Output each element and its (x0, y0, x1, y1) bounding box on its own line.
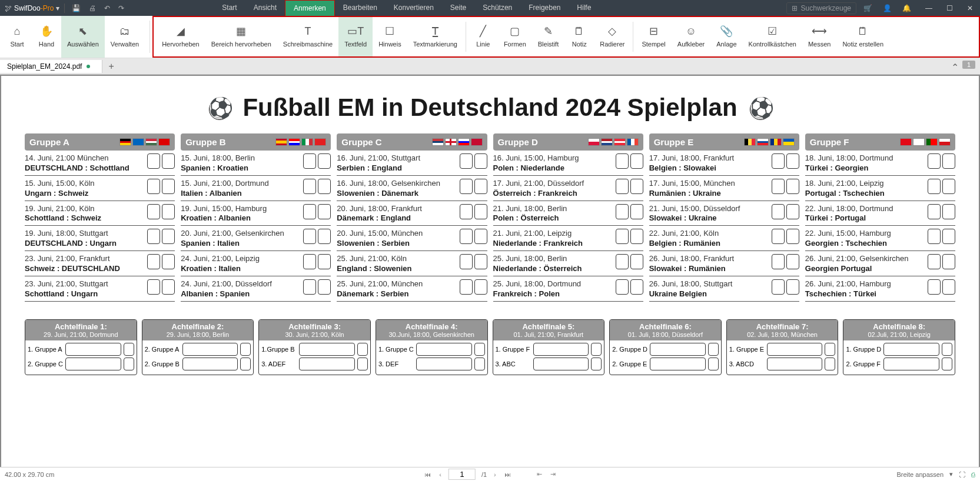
menu-item-schützen[interactable]: Schützen (474, 0, 520, 16)
score-input[interactable] (147, 153, 160, 169)
ribbon-bereich-hervorheben[interactable]: ▦Bereich hervorheben (205, 17, 277, 56)
score-input[interactable] (474, 204, 487, 219)
reading-mode-icon[interactable]: ⎙ (971, 471, 975, 478)
score-input[interactable] (303, 204, 316, 219)
score-input[interactable] (928, 153, 941, 169)
ribbon-formen[interactable]: ▢Formen (498, 17, 532, 56)
ribbon-aufkleber[interactable]: ☺Aufkleber (672, 17, 710, 56)
ribbon-verwalten[interactable]: 🗂Verwalten (105, 16, 145, 58)
ko-team-input[interactable] (182, 343, 238, 356)
ko-team-input[interactable] (883, 343, 939, 356)
score-input[interactable] (474, 179, 487, 194)
ko-score-input[interactable] (591, 358, 602, 370)
ko-score-input[interactable] (825, 358, 835, 370)
score-input[interactable] (942, 279, 955, 295)
score-input[interactable] (772, 229, 785, 244)
score-input[interactable] (630, 153, 643, 169)
score-input[interactable] (318, 254, 331, 269)
score-input[interactable] (772, 204, 785, 219)
score-input[interactable] (318, 229, 331, 244)
scroll-left-button[interactable]: ⇤ (536, 470, 543, 478)
score-input[interactable] (772, 254, 785, 269)
score-input[interactable] (786, 229, 799, 244)
ribbon-textmarkierung[interactable]: T̲Textmarkierung (407, 17, 463, 56)
score-input[interactable] (942, 204, 955, 219)
ko-team-input[interactable] (299, 358, 355, 370)
score-input[interactable] (303, 153, 316, 169)
score-input[interactable] (460, 153, 473, 169)
ribbon-notiz[interactable]: 🗒Notiz (564, 17, 594, 56)
ribbon-schreibmaschine[interactable]: TSchreibmaschine (277, 17, 338, 56)
minimize-button[interactable]: — (918, 1, 939, 16)
score-input[interactable] (786, 279, 799, 295)
ko-team-input[interactable] (650, 343, 706, 356)
score-input[interactable] (616, 279, 629, 295)
document-area[interactable]: Fußball EM in Deutschland 2024 Spielplan… (0, 75, 980, 467)
ribbon-hervorheben[interactable]: ◢Hervorheben (156, 17, 205, 56)
score-input[interactable] (474, 254, 487, 269)
ko-score-input[interactable] (474, 358, 485, 370)
ko-team-input[interactable] (767, 343, 823, 356)
scroll-right-button[interactable]: ⇥ (549, 470, 557, 478)
ko-score-input[interactable] (942, 358, 952, 370)
score-input[interactable] (928, 279, 941, 295)
document-tab[interactable]: Spielplan_EM_2024.pdf (0, 60, 102, 73)
ko-team-input[interactable] (65, 358, 121, 370)
score-input[interactable] (630, 204, 643, 219)
score-input[interactable] (303, 179, 316, 194)
score-input[interactable] (616, 254, 629, 269)
score-input[interactable] (630, 254, 643, 269)
score-input[interactable] (474, 229, 487, 244)
ribbon-hand[interactable]: ✋Hand (32, 16, 61, 58)
ribbon-anlage[interactable]: 📎Anlage (710, 17, 742, 56)
ko-team-input[interactable] (416, 358, 472, 370)
score-input[interactable] (616, 204, 629, 219)
score-input[interactable] (303, 279, 316, 295)
score-input[interactable] (942, 254, 955, 269)
ko-score-input[interactable] (474, 343, 485, 356)
score-input[interactable] (616, 229, 629, 244)
score-input[interactable] (928, 204, 941, 219)
fit-mode-label[interactable]: Breite anpassen (897, 471, 944, 478)
score-input[interactable] (474, 153, 487, 169)
ribbon-notiz-erstellen[interactable]: 🗒Notiz erstellen (836, 17, 889, 56)
score-input[interactable] (147, 229, 160, 244)
menu-item-freigeben[interactable]: Freigeben (520, 0, 569, 16)
ko-team-input[interactable] (182, 358, 238, 370)
search-box[interactable]: ⊞ Suchwerkzeuge (786, 2, 856, 14)
ko-team-input[interactable] (767, 358, 823, 370)
ko-team-input[interactable] (883, 358, 939, 370)
ribbon-auswählen[interactable]: ⬉Auswählen (61, 16, 105, 58)
fit-dropdown-icon[interactable]: ▾ (949, 470, 953, 478)
first-page-button[interactable]: ⏮ (423, 471, 432, 478)
score-input[interactable] (928, 179, 941, 194)
score-input[interactable] (162, 153, 175, 169)
score-input[interactable] (460, 279, 473, 295)
score-input[interactable] (460, 179, 473, 194)
score-input[interactable] (318, 153, 331, 169)
score-input[interactable] (474, 279, 487, 295)
score-input[interactable] (147, 204, 160, 219)
score-input[interactable] (786, 204, 799, 219)
score-input[interactable] (786, 153, 799, 169)
score-input[interactable] (162, 254, 175, 269)
score-input[interactable] (162, 204, 175, 219)
menu-item-hilfe[interactable]: Hilfe (569, 0, 599, 16)
score-input[interactable] (942, 229, 955, 244)
user-icon[interactable]: 👤 (883, 4, 892, 12)
ko-team-input[interactable] (416, 343, 472, 356)
ribbon-textfeld[interactable]: ▭TTextfeld (338, 17, 373, 56)
score-input[interactable] (786, 179, 799, 194)
score-input[interactable] (162, 179, 175, 194)
ko-team-input[interactable] (65, 343, 121, 356)
redo-icon[interactable]: ↷ (118, 4, 124, 12)
ko-score-input[interactable] (124, 358, 134, 370)
ribbon-hinweis[interactable]: ☐Hinweis (373, 17, 407, 56)
score-input[interactable] (318, 179, 331, 194)
ribbon-kontrollkästchen[interactable]: ☑Kontrollkästchen (743, 17, 802, 56)
score-input[interactable] (318, 279, 331, 295)
fullscreen-icon[interactable]: ⛶ (959, 471, 965, 478)
dropdown-icon[interactable]: ▾ (56, 4, 59, 12)
ko-score-input[interactable] (591, 343, 602, 356)
score-input[interactable] (162, 229, 175, 244)
